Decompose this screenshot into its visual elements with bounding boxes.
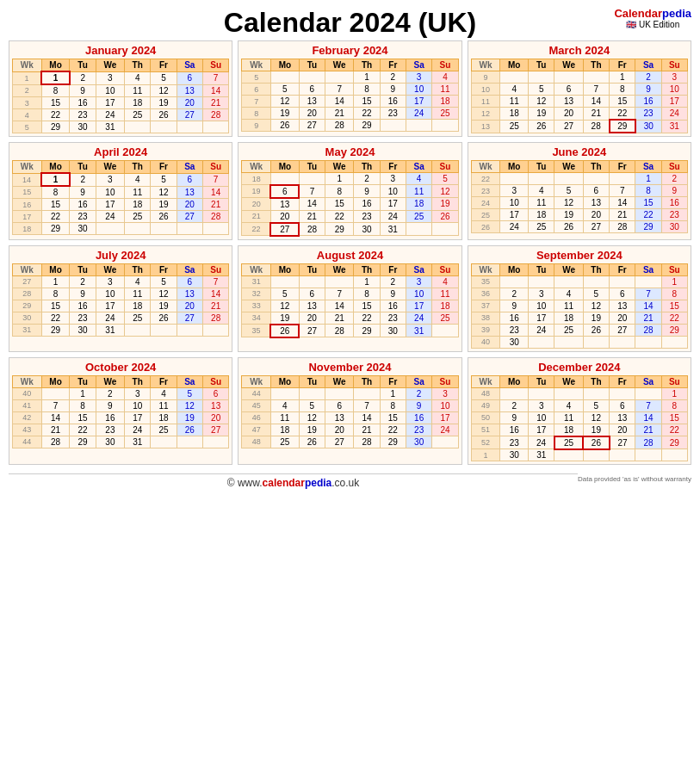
month-box-10: October 2024WkMoTuWeThFrSaSu401234564178… bbox=[9, 357, 232, 466]
month-table-8: WkMoTuWeThFrSaSu311234325678910113312131… bbox=[241, 263, 458, 338]
month-box-7: July 2024WkMoTuWeThFrSaSu271234567288910… bbox=[9, 245, 232, 352]
month-box-3: March 2024WkMoTuWeThFrSaSu91231045678910… bbox=[468, 40, 691, 137]
month-table-11: WkMoTuWeThFrSaSu441234545678910461112131… bbox=[241, 375, 458, 448]
logo-brand: Calendarpedia bbox=[614, 7, 691, 20]
logo-area: Calendarpedia 🇬🇧 UK Edition bbox=[614, 7, 691, 29]
month-table-3: WkMoTuWeThFrSaSu912310456789101111121314… bbox=[471, 59, 688, 133]
month-box-6: June 2024WkMoTuWeThFrSaSu221223345678924… bbox=[468, 142, 691, 240]
month-box-5: May 2024WkMoTuWeThFrSaSu1812345196789101… bbox=[238, 142, 462, 240]
month-title-10: October 2024 bbox=[12, 361, 229, 374]
month-title-5: May 2024 bbox=[241, 145, 458, 158]
footer-data: Data provided 'as is' without warranty bbox=[578, 475, 691, 483]
month-title-2: February 2024 bbox=[241, 44, 458, 57]
month-box-4: April 2024WkMoTuWeThFrSaSu14123456715891… bbox=[9, 142, 232, 240]
month-box-2: February 2024WkMoTuWeThFrSaSu51234656789… bbox=[238, 40, 462, 137]
month-box-11: November 2024WkMoTuWeThFrSaSu44123454567… bbox=[238, 357, 462, 466]
month-box-12: December 2024WkMoTuWeThFrSaSu48149234567… bbox=[468, 357, 691, 466]
month-title-6: June 2024 bbox=[471, 145, 688, 158]
month-table-12: WkMoTuWeThFrSaSu481492345678509101112131… bbox=[471, 375, 688, 462]
month-table-2: WkMoTuWeThFrSaSu512346567891011712131415… bbox=[241, 59, 458, 132]
month-table-6: WkMoTuWeThFrSaSu221223345678924101112131… bbox=[471, 160, 688, 233]
month-title-8: August 2024 bbox=[241, 249, 458, 262]
logo-flag: 🇬🇧 UK Edition bbox=[614, 20, 691, 29]
calendar-grid: January 2024WkMoTuWeThFrSaSu112345672891… bbox=[9, 40, 691, 465]
month-title-9: September 2024 bbox=[471, 249, 688, 262]
page-title: Calendar 2024 (UK) bbox=[9, 7, 691, 39]
month-table-7: WkMoTuWeThFrSaSu271234567288910111213142… bbox=[12, 263, 229, 337]
month-title-7: July 2024 bbox=[12, 249, 229, 262]
month-title-12: December 2024 bbox=[471, 361, 688, 374]
month-table-4: WkMoTuWeThFrSaSu141234567158910111213141… bbox=[12, 160, 229, 235]
month-box-1: January 2024WkMoTuWeThFrSaSu112345672891… bbox=[9, 40, 232, 137]
month-table-10: WkMoTuWeThFrSaSu401234564178910111213421… bbox=[12, 375, 229, 448]
month-table-9: WkMoTuWeThFrSaSu351362345678379101112131… bbox=[471, 263, 688, 349]
month-table-5: WkMoTuWeThFrSaSu181234519678910111220131… bbox=[241, 160, 458, 237]
month-box-9: September 2024WkMoTuWeThFrSaSu3513623456… bbox=[468, 245, 691, 352]
month-title-11: November 2024 bbox=[241, 361, 458, 374]
month-table-1: WkMoTuWeThFrSaSu112345672891011121314315… bbox=[12, 59, 229, 133]
month-title-4: April 2024 bbox=[12, 145, 229, 158]
month-title-1: January 2024 bbox=[12, 44, 229, 57]
month-box-8: August 2024WkMoTuWeThFrSaSu3112343256789… bbox=[238, 245, 462, 352]
month-title-3: March 2024 bbox=[471, 44, 688, 57]
footer-url: © www.calendarpedia.co.uk bbox=[9, 473, 578, 489]
